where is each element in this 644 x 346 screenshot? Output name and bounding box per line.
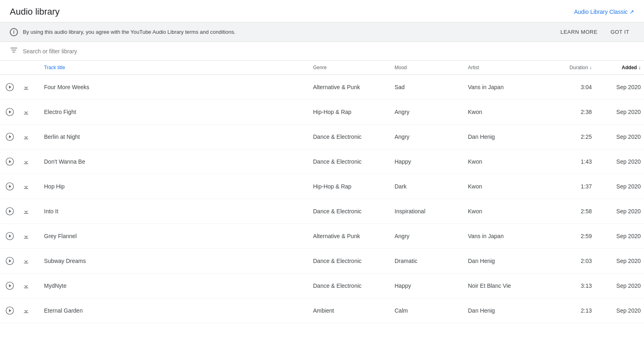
table-row: Berlin at Night Dance & Electronic Angry… — [0, 125, 644, 149]
track-added: Sep 2020 — [595, 199, 644, 224]
table-row: Into It Dance & Electronic Inspirational… — [0, 199, 644, 224]
download-button[interactable] — [20, 155, 33, 168]
play-button[interactable] — [3, 81, 16, 94]
table-row: Electro Fight Hip-Hop & Rap Angry Kwon 2… — [0, 100, 644, 125]
col-genre-header[interactable]: Genre — [310, 61, 391, 75]
download-button[interactable] — [20, 279, 33, 292]
svg-marker-10 — [9, 160, 11, 163]
track-duration: 2:03 — [554, 249, 595, 274]
svg-marker-16 — [9, 234, 11, 237]
learn-more-button[interactable]: LEARN MORE — [556, 26, 602, 38]
track-added: Sep 2020 — [595, 274, 644, 298]
svg-marker-6 — [9, 110, 11, 113]
track-artist: Dan Henig — [465, 125, 554, 149]
svg-marker-20 — [9, 284, 11, 287]
track-title: Eternal Garden — [41, 298, 310, 323]
track-mood: Happy — [391, 149, 465, 174]
track-title: Subway Dreams — [41, 249, 310, 274]
row-actions — [0, 100, 41, 125]
play-button[interactable] — [3, 105, 16, 118]
track-duration: 2:38 — [554, 100, 595, 125]
track-title: MydNyte — [41, 274, 310, 298]
track-mood: Angry — [391, 125, 465, 149]
col-duration-header[interactable]: Duration ↓ — [554, 61, 595, 75]
download-button[interactable] — [20, 230, 33, 243]
track-genre: Alternative & Punk — [310, 75, 391, 100]
page-header: Audio library Audio Library Classic ↗ — [0, 0, 644, 22]
track-duration: 3:04 — [554, 75, 595, 100]
notice-actions: LEARN MORE GOT IT — [556, 26, 634, 38]
audio-library-classic-label: Audio Library Classic — [574, 9, 628, 15]
track-artist: Kwon — [465, 149, 554, 174]
play-button[interactable] — [3, 205, 16, 218]
external-link-icon: ↗ — [629, 9, 634, 15]
track-added: Sep 2020 — [595, 100, 644, 125]
track-duration: 1:43 — [554, 149, 595, 174]
svg-marker-4 — [9, 85, 11, 88]
play-button[interactable] — [3, 279, 16, 292]
track-genre: Ambient — [310, 298, 391, 323]
table-row: Don't Wanna Be Dance & Electronic Happy … — [0, 149, 644, 174]
table-row: Grey Flannel Alternative & Punk Angry Va… — [0, 224, 644, 249]
play-button[interactable] — [3, 180, 16, 193]
track-artist: Kwon — [465, 199, 554, 224]
notice-text: By using this audio library, you agree w… — [23, 29, 556, 35]
track-table: Track title Genre Mood Artist Duration ↓… — [0, 61, 644, 323]
search-input[interactable] — [23, 48, 145, 55]
row-actions — [0, 149, 41, 174]
track-added: Sep 2020 — [595, 75, 644, 100]
row-actions — [0, 174, 41, 199]
row-actions — [0, 75, 41, 100]
download-button[interactable] — [20, 81, 33, 94]
got-it-button[interactable]: GOT IT — [606, 26, 634, 38]
download-button[interactable] — [20, 180, 33, 193]
table-row: Eternal Garden Ambient Calm Dan Henig 2:… — [0, 298, 644, 323]
download-button[interactable] — [20, 130, 33, 143]
row-actions — [0, 125, 41, 149]
row-actions — [0, 249, 41, 274]
col-title-header[interactable]: Track title — [41, 61, 310, 75]
svg-marker-18 — [9, 259, 11, 262]
download-button[interactable] — [20, 105, 33, 118]
table-row: MydNyte Dance & Electronic Happy Noir Et… — [0, 274, 644, 298]
table-row: Subway Dreams Dance & Electronic Dramati… — [0, 249, 644, 274]
download-button[interactable] — [20, 254, 33, 267]
track-artist: Vans in Japan — [465, 75, 554, 100]
col-added-header[interactable]: Added ↓ — [595, 61, 644, 75]
track-added: Sep 2020 — [595, 174, 644, 199]
col-mood-header[interactable]: Mood — [391, 61, 465, 75]
track-title: Grey Flannel — [41, 224, 310, 249]
track-mood: Dark — [391, 174, 465, 199]
track-added: Sep 2020 — [595, 125, 644, 149]
download-button[interactable] — [20, 304, 33, 317]
play-button[interactable] — [3, 230, 16, 243]
play-button[interactable] — [3, 304, 16, 317]
play-button[interactable] — [3, 254, 16, 267]
track-title: Berlin at Night — [41, 125, 310, 149]
svg-marker-14 — [9, 210, 11, 212]
col-actions-header — [0, 61, 41, 75]
track-mood: Inspirational — [391, 199, 465, 224]
track-added: Sep 2020 — [595, 249, 644, 274]
audio-library-classic-link[interactable]: Audio Library Classic ↗ — [574, 9, 635, 15]
track-genre: Dance & Electronic — [310, 125, 391, 149]
download-button[interactable] — [20, 205, 33, 218]
track-genre: Dance & Electronic — [310, 249, 391, 274]
table-header-row: Track title Genre Mood Artist Duration ↓… — [0, 61, 644, 75]
duration-sort-icon: ↓ — [589, 65, 592, 70]
track-genre: Dance & Electronic — [310, 149, 391, 174]
track-genre: Alternative & Punk — [310, 224, 391, 249]
play-button[interactable] — [3, 155, 16, 168]
filter-icon — [10, 46, 18, 56]
track-title: Into It — [41, 199, 310, 224]
track-title: Hop Hip — [41, 174, 310, 199]
svg-marker-8 — [9, 135, 11, 138]
track-mood: Angry — [391, 224, 465, 249]
row-actions — [0, 274, 41, 298]
track-mood: Dramatic — [391, 249, 465, 274]
col-artist-header[interactable]: Artist — [465, 61, 554, 75]
track-genre: Dance & Electronic — [310, 199, 391, 224]
track-artist: Dan Henig — [465, 298, 554, 323]
track-mood: Sad — [391, 75, 465, 100]
play-button[interactable] — [3, 130, 16, 143]
